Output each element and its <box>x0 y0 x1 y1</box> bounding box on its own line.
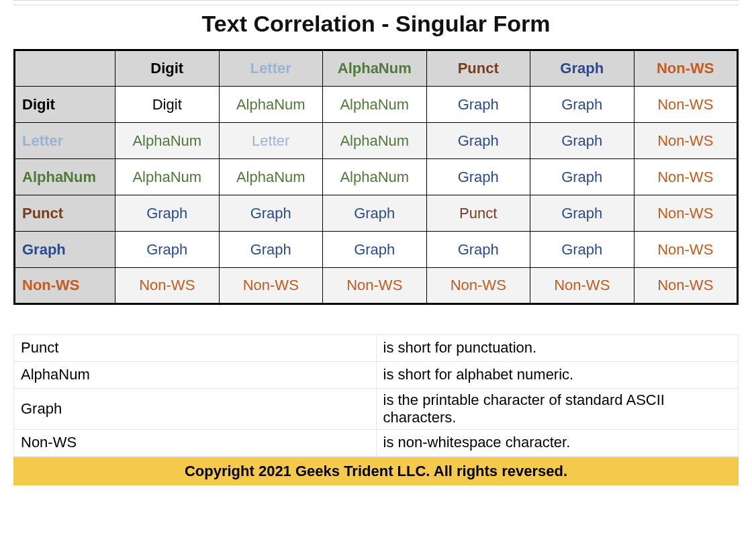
table-row: AlphaNumAlphaNumAlphaNumAlphaNumGraphGra… <box>15 159 738 195</box>
token-graph: Graph <box>458 169 499 185</box>
cell: Non-WS <box>634 87 738 123</box>
col-header-letter: Letter <box>219 50 323 87</box>
token-nonws: Non-WS <box>657 60 714 77</box>
token-alphanum: AlphaNum <box>236 96 306 113</box>
copyright-bar: Copyright 2021 Geeks Trident LLC. All ri… <box>13 457 739 485</box>
table-head: DigitLetterAlphaNumPunctGraphNon-WS <box>15 50 738 87</box>
token-graph: Graph <box>250 241 291 258</box>
cell: Graph <box>426 123 530 159</box>
notes-spacer <box>14 314 739 334</box>
cell: Graph <box>530 123 634 159</box>
token-graph: Graph <box>354 241 395 258</box>
token-graph: Graph <box>561 205 602 222</box>
cell: Graph <box>426 232 530 268</box>
corner-cell <box>15 50 115 87</box>
cell: AlphaNum <box>323 123 427 159</box>
note-term: Non-WS <box>14 429 377 456</box>
cell: Graph <box>323 232 427 268</box>
token-digit: Digit <box>150 60 183 77</box>
table-row: Non-WSNon-WSNon-WSNon-WSNon-WSNon-WSNon-… <box>15 268 738 304</box>
cell: Non-WS <box>115 268 220 304</box>
token-nonws: Non-WS <box>346 277 402 293</box>
cell: Non-WS <box>426 268 530 304</box>
note-term: Graph <box>14 388 377 429</box>
document-page: Text Correlation - Singular Form DigitLe… <box>0 0 752 499</box>
cell: Letter <box>219 123 323 159</box>
token-digit: Digit <box>152 96 182 113</box>
cell: Non-WS <box>634 268 738 304</box>
token-graph: Graph <box>561 169 602 185</box>
cell: Graph <box>115 232 220 268</box>
token-graph: Graph <box>561 96 602 113</box>
table-header-row: DigitLetterAlphaNumPunctGraphNon-WS <box>15 50 738 87</box>
cell: Graph <box>530 195 634 232</box>
col-header-alphanum: AlphaNum <box>323 50 427 87</box>
cell: Graph <box>530 159 634 195</box>
note-desc: is short for punctuation. <box>376 334 739 361</box>
cell: Non-WS <box>634 195 738 232</box>
token-alphanum: AlphaNum <box>340 169 409 185</box>
token-punct: Punct <box>458 60 499 77</box>
table-body: DigitDigitAlphaNumAlphaNumGraphGraphNon-… <box>15 87 738 304</box>
cell: AlphaNum <box>115 123 220 159</box>
cell: AlphaNum <box>219 159 323 195</box>
table-row: LetterAlphaNumLetterAlphaNumGraphGraphNo… <box>15 123 738 159</box>
cell: AlphaNum <box>219 87 323 123</box>
col-header-digit: Digit <box>115 50 220 87</box>
cell: Graph <box>219 195 323 232</box>
page-title: Text Correlation - Singular Form <box>13 11 739 37</box>
token-nonws: Non-WS <box>139 277 195 293</box>
token-graph: Graph <box>561 132 602 149</box>
cell: Graph <box>530 87 634 123</box>
notes-body: Punctis short for punctuation.AlphaNumis… <box>14 314 739 456</box>
col-header-graph: Graph <box>530 50 634 87</box>
token-nonws: Non-WS <box>451 277 506 293</box>
token-alphanum: AlphaNum <box>340 132 409 149</box>
token-nonws: Non-WS <box>657 96 713 113</box>
row-header-graph: Graph <box>15 232 115 268</box>
cell: Non-WS <box>634 123 738 159</box>
cell: Graph <box>426 159 530 195</box>
cell: Graph <box>530 232 634 268</box>
table-row: DigitDigitAlphaNumAlphaNumGraphGraphNon-… <box>15 87 738 123</box>
table-row: PunctGraphGraphGraphPunctGraphNon-WS <box>15 195 738 232</box>
note-term: AlphaNum <box>14 361 377 388</box>
col-header-punct: Punct <box>426 50 530 87</box>
cell: AlphaNum <box>323 159 427 195</box>
cell: Graph <box>323 195 427 232</box>
token-punct: Punct <box>459 205 497 222</box>
token-digit: Digit <box>22 96 55 113</box>
token-graph: Graph <box>458 241 499 258</box>
token-nonws: Non-WS <box>657 205 713 222</box>
token-nonws: Non-WS <box>243 277 299 293</box>
cell: Non-WS <box>323 268 427 304</box>
note-row: Graphis the printable character of stand… <box>14 388 739 429</box>
token-alphanum: AlphaNum <box>338 60 412 77</box>
token-graph: Graph <box>22 241 66 258</box>
token-alphanum: AlphaNum <box>236 169 306 185</box>
note-row: AlphaNumis short for alphabet numeric. <box>14 361 739 388</box>
top-rule <box>13 0 739 5</box>
row-header-alphanum: AlphaNum <box>15 159 115 195</box>
token-nonws: Non-WS <box>657 132 713 149</box>
cell: Non-WS <box>634 159 738 195</box>
correlation-table: DigitLetterAlphaNumPunctGraphNon-WS Digi… <box>13 49 739 305</box>
note-term: Punct <box>14 334 377 361</box>
cell: Graph <box>115 195 220 232</box>
token-letter: Letter <box>22 132 63 149</box>
token-graph: Graph <box>250 205 291 222</box>
token-alphanum: AlphaNum <box>340 96 409 113</box>
token-graph: Graph <box>354 205 395 222</box>
token-nonws: Non-WS <box>554 277 610 293</box>
cell: Punct <box>426 195 530 232</box>
row-header-punct: Punct <box>15 195 115 232</box>
token-graph: Graph <box>458 132 499 149</box>
row-header-nonws: Non-WS <box>15 268 115 304</box>
note-desc: is short for alphabet numeric. <box>376 361 739 388</box>
note-desc: is non-whitespace character. <box>376 429 739 456</box>
row-header-letter: Letter <box>15 123 115 159</box>
cell: AlphaNum <box>115 159 220 195</box>
cell: Graph <box>426 87 530 123</box>
cell: Graph <box>219 232 323 268</box>
note-desc: is the printable character of standard A… <box>376 388 739 429</box>
